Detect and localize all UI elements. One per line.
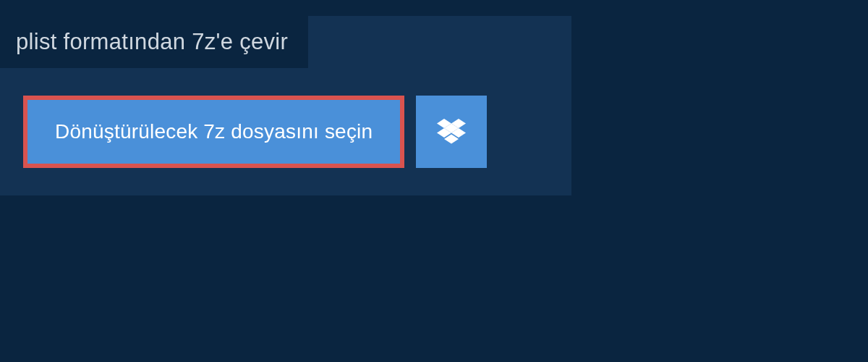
page-title: plist formatından 7z'e çevir <box>16 29 288 54</box>
converter-panel: plist formatından 7z'e çevir Dönüştürüle… <box>0 16 571 195</box>
select-file-button[interactable]: Dönüştürülecek 7z dosyasını seçin <box>23 96 404 168</box>
title-bar: plist formatından 7z'e çevir <box>0 16 308 68</box>
dropbox-icon <box>437 119 466 145</box>
button-row: Dönüştürülecek 7z dosyasını seçin <box>23 96 571 168</box>
dropbox-button[interactable] <box>416 96 487 168</box>
